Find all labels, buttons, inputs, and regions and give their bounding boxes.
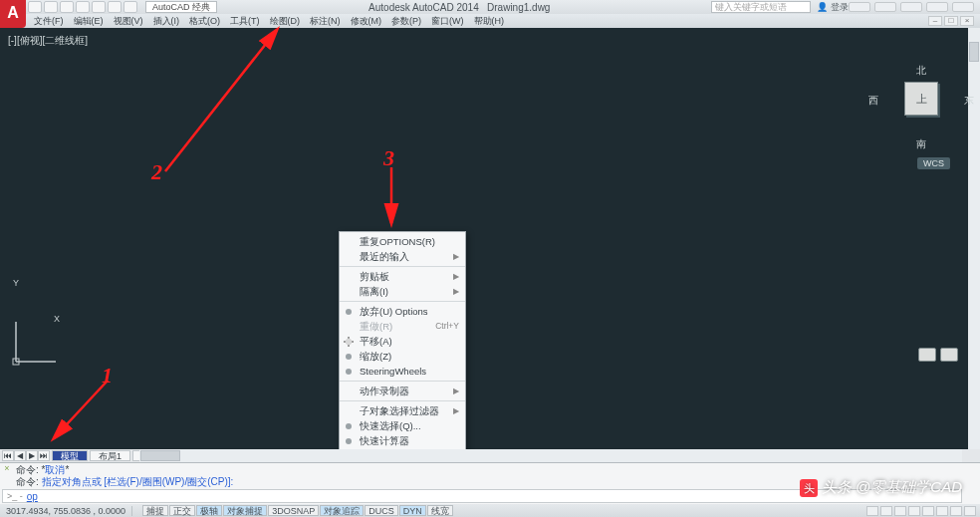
menu-4[interactable]: 格式(O) (189, 15, 220, 28)
status-icon-7[interactable] (950, 506, 962, 516)
nav-btn-1[interactable] (918, 348, 936, 362)
qat-redo-icon[interactable] (123, 1, 137, 13)
tab-first-icon[interactable]: ⏮ (2, 450, 14, 461)
doc-name: Drawing1.dwg (487, 2, 550, 13)
doc-close-button[interactable]: × (960, 16, 974, 26)
menu-6[interactable]: 绘图(D) (270, 15, 301, 28)
doc-max-button[interactable]: □ (944, 16, 958, 26)
tab-model[interactable]: 模型 (52, 450, 88, 461)
command-input[interactable]: >_ - op (2, 489, 962, 503)
tab-prev-icon[interactable]: ◀ (14, 450, 26, 461)
menu-3[interactable]: 插入(I) (153, 15, 180, 28)
qat-undo-icon[interactable] (108, 1, 122, 13)
tab-last-icon[interactable]: ⏭ (38, 450, 50, 461)
cmd-line-1: 命令: *取消* (16, 464, 962, 476)
submenu-arrow-icon: ▶ (453, 250, 459, 263)
ctx-item-4[interactable]: 隔离(I)▶ (340, 284, 465, 299)
search-input[interactable]: 键入关键字或短语 (711, 1, 811, 13)
submenu-arrow-icon: ▶ (453, 270, 459, 283)
minimize-button[interactable] (900, 2, 922, 12)
menu-7[interactable]: 标注(N) (310, 15, 341, 28)
viewport-label[interactable]: [-][俯视][二维线框] (8, 34, 88, 48)
toggle-对象追踪[interactable]: 对象追踪 (320, 505, 364, 516)
status-icon-6[interactable] (936, 506, 948, 516)
status-right-icons (866, 506, 980, 516)
ctx-item-12[interactable]: 动作录制器▶ (340, 384, 465, 398)
doc-min-button[interactable]: – (928, 16, 942, 26)
ctx-item-1[interactable]: 最近的输入▶ (340, 249, 465, 264)
toggle-DYN[interactable]: DYN (399, 505, 426, 516)
close-button[interactable] (952, 2, 974, 12)
toggle-捕捉[interactable]: 捕捉 (142, 505, 168, 516)
coordinates[interactable]: 3017.4934, 755.0836 , 0.0000 (0, 506, 132, 516)
tab-layout1[interactable]: 布局1 (90, 450, 130, 461)
menu-5[interactable]: 工具(T) (230, 15, 260, 28)
toggle-DUCS[interactable]: DUCS (365, 505, 398, 516)
toggle-线宽[interactable]: 线宽 (427, 505, 453, 516)
menu-2[interactable]: 视图(V) (114, 15, 143, 28)
ctx-label: 最近的输入 (360, 250, 409, 263)
app-logo[interactable]: A (0, 0, 26, 28)
menu-1[interactable]: 编辑(E) (74, 15, 104, 28)
status-icon-3[interactable] (894, 506, 906, 516)
tab-next-icon[interactable]: ▶ (26, 450, 38, 461)
drawing-canvas[interactable]: [-][俯视][二维线框] 北 南 西 东 上 WCS Y X (0, 28, 980, 449)
ctx-label: 隔离(I) (360, 285, 388, 298)
ctx-item-6[interactable]: 放弃(U) Options (340, 304, 465, 319)
workspace-selector[interactable]: AutoCAD 经典 (145, 1, 217, 13)
horizontal-scrollbar[interactable] (139, 449, 962, 462)
login-link[interactable]: 👤 登录 (817, 1, 849, 14)
status-icon-8[interactable] (964, 506, 976, 516)
cmdwin-close-icon[interactable]: × (2, 464, 12, 474)
qat-open-icon[interactable] (44, 1, 58, 13)
model-space-icon[interactable] (866, 506, 878, 516)
ctx-item-8[interactable]: 平移(A) (340, 334, 465, 349)
vertical-scrollbar[interactable] (968, 28, 980, 449)
toggle-正交[interactable]: 正交 (169, 505, 195, 516)
ctx-item-14[interactable]: 子对象选择过滤器▶ (340, 403, 465, 418)
view-cube[interactable]: 北 南 西 东 上 (886, 68, 956, 137)
ic-dot-icon (346, 309, 352, 315)
ctx-item-0[interactable]: 重复OPTIONS(R) (340, 234, 465, 249)
maximize-button[interactable] (926, 2, 948, 12)
qat-save-icon[interactable] (60, 1, 74, 13)
qat-plot-icon[interactable] (92, 1, 106, 13)
menu-0[interactable]: 文件(F) (34, 15, 64, 28)
viewcube-north[interactable]: 北 (886, 64, 956, 78)
viewcube-west[interactable]: 西 (868, 94, 878, 108)
viewcube-top[interactable]: 上 (904, 82, 938, 116)
ctx-item-10[interactable]: SteeringWheels (340, 364, 465, 379)
ctx-item-16[interactable]: 快速计算器 (340, 433, 465, 448)
status-icon-4[interactable] (908, 506, 920, 516)
tab-nav: ⏮ ◀ ▶ ⏭ (2, 450, 50, 461)
status-icon-2[interactable] (880, 506, 892, 516)
menu-10[interactable]: 窗口(W) (431, 15, 464, 28)
menu-9[interactable]: 参数(P) (391, 15, 421, 28)
ctx-item-9[interactable]: 缩放(Z) (340, 349, 465, 364)
app-name: Autodesk AutoCAD 2014 (368, 2, 479, 13)
ic-pan-icon (343, 336, 355, 348)
ctx-label: SteeringWheels (360, 365, 426, 378)
scroll-thumb-h[interactable] (140, 450, 180, 461)
exchange-icon[interactable] (849, 2, 870, 12)
submenu-arrow-icon: ▶ (453, 385, 459, 397)
wcs-badge[interactable]: WCS (917, 157, 950, 169)
menu-8[interactable]: 修改(M) (351, 15, 382, 28)
qat-saveas-icon[interactable] (76, 1, 90, 13)
qat-new-icon[interactable] (28, 1, 42, 13)
toggle-极轴[interactable]: 极轴 (196, 505, 222, 516)
menu-11[interactable]: 帮助(H) (474, 15, 505, 28)
axis-y-label: Y (13, 278, 19, 288)
command-history: 命令: *取消* 命令: 指定对角点或 [栏选(F)/圈围(WP)/圈交(CP)… (16, 464, 962, 488)
help-icon[interactable] (874, 2, 896, 12)
shortcut: Ctrl+Y (435, 320, 459, 333)
ctx-item-15[interactable]: 快速选择(Q)... (340, 418, 465, 433)
toggle-对象捕捉[interactable]: 对象捕捉 (223, 505, 267, 516)
scroll-thumb[interactable] (969, 42, 979, 62)
nav-btn-2[interactable] (940, 348, 958, 362)
ctx-item-3[interactable]: 剪贴板▶ (340, 269, 465, 284)
viewcube-south[interactable]: 南 (886, 137, 956, 151)
toggle-3DOSNAP[interactable]: 3DOSNAP (268, 505, 319, 516)
ctx-label: 子对象选择过滤器 (360, 404, 439, 417)
status-icon-5[interactable] (922, 506, 934, 516)
